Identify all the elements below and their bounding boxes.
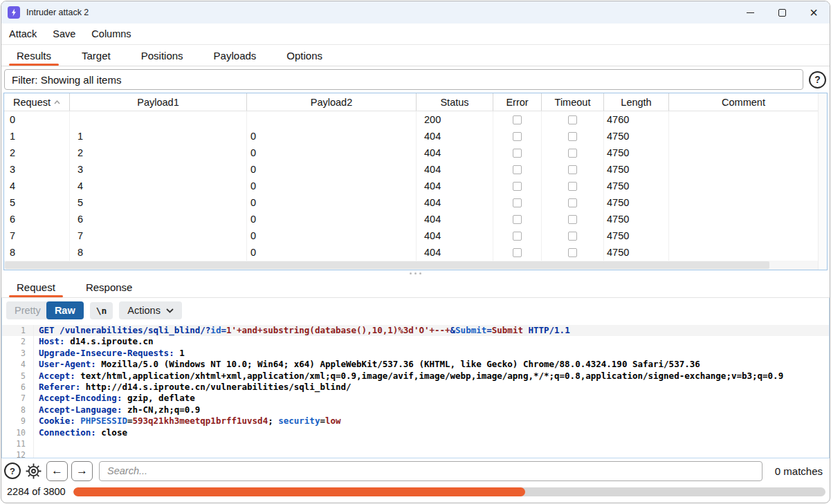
table-row[interactable]: 4404044750: [4, 178, 818, 194]
line-number: 6: [2, 382, 34, 393]
error-checkbox[interactable]: [513, 232, 522, 241]
line-number: 12: [2, 449, 34, 458]
timeout-checkbox[interactable]: [568, 198, 577, 207]
cell-length: 4750: [604, 161, 669, 178]
cell-comment: [669, 211, 818, 227]
filter-bar[interactable]: Filter: Showing all items: [4, 69, 803, 90]
error-checkbox[interactable]: [513, 115, 522, 124]
tab-target[interactable]: Target: [71, 45, 122, 66]
show-newlines-button[interactable]: \n: [90, 302, 113, 319]
cell-payload2: 0: [247, 244, 417, 261]
timeout-checkbox[interactable]: [568, 165, 577, 174]
editor-search-bar: ? ← → 0 matches: [1, 458, 830, 483]
column-header-request[interactable]: Request: [4, 93, 70, 111]
menu-item-save[interactable]: Save: [53, 28, 75, 39]
column-header-payload2[interactable]: Payload2: [247, 93, 417, 111]
cell-timeout: [542, 244, 604, 261]
menu-item-attack[interactable]: Attack: [9, 28, 37, 39]
column-header-status[interactable]: Status: [417, 93, 493, 111]
cell-error: [493, 227, 542, 244]
cell-error: [493, 194, 542, 211]
line-number: 10: [2, 427, 34, 438]
cell-timeout: [542, 144, 604, 161]
close-button[interactable]: ×: [798, 1, 830, 24]
cell-length: 4750: [604, 178, 669, 194]
line-content: Host: d14.s.iproute.cn: [34, 336, 154, 347]
cell-error: [493, 161, 542, 178]
table-row[interactable]: 6604044750: [4, 211, 818, 227]
table-row[interactable]: 2204044750: [4, 144, 818, 161]
table-row[interactable]: 5504044750: [4, 194, 818, 211]
help-icon[interactable]: ?: [809, 71, 826, 88]
column-header-error[interactable]: Error: [493, 93, 542, 111]
raw-button[interactable]: Raw: [46, 301, 84, 319]
gear-icon[interactable]: [24, 462, 43, 480]
table-body: 0200476011040447502204044750330404475044…: [4, 111, 818, 261]
search-input[interactable]: [99, 461, 762, 481]
maximize-button[interactable]: [766, 1, 798, 24]
vertical-scrollbar[interactable]: [818, 93, 827, 270]
error-checkbox[interactable]: [513, 198, 522, 207]
column-header-timeout[interactable]: Timeout: [542, 93, 604, 111]
table-row[interactable]: 02004760: [4, 111, 818, 128]
intruder-lightning-icon: [8, 6, 20, 19]
timeout-checkbox[interactable]: [568, 182, 577, 191]
actions-button[interactable]: Actions: [119, 301, 182, 319]
table-row[interactable]: 7704044750: [4, 227, 818, 244]
code-line: 2Host: d14.s.iproute.cn: [2, 336, 829, 347]
error-checkbox[interactable]: [513, 149, 522, 158]
column-header-label: Error: [506, 97, 528, 108]
timeout-checkbox[interactable]: [568, 248, 577, 257]
panel-splitter[interactable]: [1, 270, 830, 277]
editor-tab-request[interactable]: Request: [6, 277, 66, 297]
horizontal-scrollbar-thumb[interactable]: [5, 261, 769, 269]
timeout-checkbox[interactable]: [568, 215, 577, 224]
code-line: 10Connection: close: [2, 427, 829, 438]
table-row[interactable]: 1104044750: [4, 128, 818, 144]
error-checkbox[interactable]: [513, 132, 522, 141]
cell-comment: [669, 111, 818, 128]
line-content: Upgrade-Insecure-Requests: 1: [34, 348, 185, 359]
column-header-payload1[interactable]: Payload1: [70, 93, 247, 111]
error-checkbox[interactable]: [513, 182, 522, 191]
menu-item-columns[interactable]: Columns: [91, 28, 131, 39]
tab-payloads[interactable]: Payloads: [203, 45, 268, 66]
cell-request: 1: [4, 128, 70, 144]
code-line: 9Cookie: PHPSESSID=593q21kh3meetqp1brff1…: [2, 416, 829, 427]
tab-positions[interactable]: Positions: [130, 45, 194, 66]
editor-tab-response[interactable]: Response: [75, 277, 144, 297]
cell-error: [493, 211, 542, 227]
minimize-button[interactable]: [734, 1, 766, 24]
progress-bar-fill: [73, 487, 525, 496]
error-checkbox[interactable]: [513, 248, 522, 257]
pretty-button[interactable]: Pretty: [6, 301, 48, 319]
tab-options[interactable]: Options: [275, 45, 334, 66]
code-line: 6Referer: http://d14.s.iproute.cn/vulner…: [2, 382, 829, 393]
previous-match-button[interactable]: ←: [46, 461, 68, 481]
column-header-length[interactable]: Length: [604, 93, 669, 111]
cell-payload2: 0: [247, 128, 417, 144]
timeout-checkbox[interactable]: [568, 115, 577, 124]
line-number: 7: [2, 393, 34, 404]
line-content: [34, 438, 39, 449]
error-checkbox[interactable]: [513, 215, 522, 224]
cell-length: 4750: [604, 244, 669, 261]
table-row[interactable]: 8804044750: [4, 244, 818, 261]
cell-payload1: 8: [70, 244, 247, 261]
next-match-button[interactable]: →: [71, 461, 93, 481]
window-title: Intruder attack 2: [26, 8, 89, 17]
search-help-icon[interactable]: ?: [4, 463, 21, 479]
cell-length: 4750: [604, 194, 669, 211]
timeout-checkbox[interactable]: [568, 132, 577, 141]
tab-results[interactable]: Results: [6, 45, 62, 66]
request-editor-text[interactable]: 1GET /vulnerabilities/sqli_blind/?id=1'+…: [2, 323, 829, 458]
error-checkbox[interactable]: [513, 165, 522, 174]
timeout-checkbox[interactable]: [568, 232, 577, 241]
timeout-checkbox[interactable]: [568, 149, 577, 158]
cell-timeout: [542, 211, 604, 227]
cell-status: 404: [417, 194, 493, 211]
column-header-comment[interactable]: Comment: [669, 93, 818, 111]
horizontal-scrollbar[interactable]: [4, 261, 818, 270]
table-row[interactable]: 3304044750: [4, 161, 818, 178]
cell-timeout: [542, 178, 604, 194]
